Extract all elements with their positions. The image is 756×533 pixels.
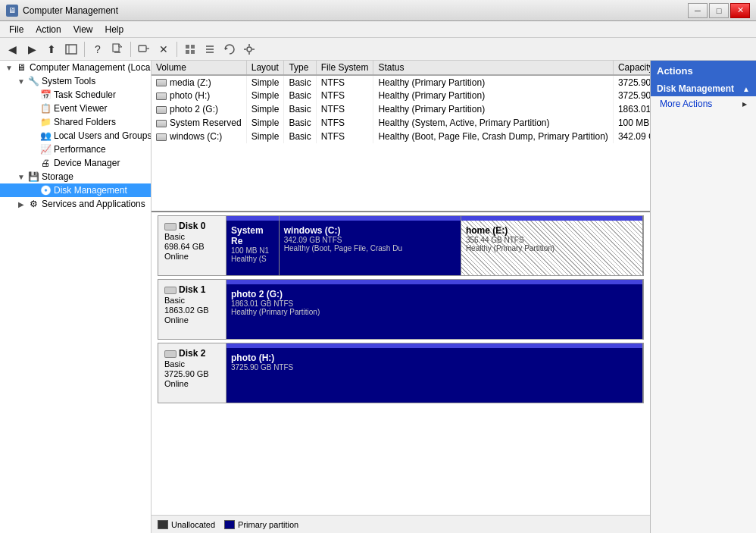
svg-rect-5: [139, 45, 146, 52]
table-row[interactable]: System ReservedSimpleBasicNTFSHealthy (S…: [152, 116, 650, 130]
menu-help[interactable]: Help: [99, 23, 130, 36]
disk-icon: [156, 133, 167, 141]
partition-info-2: Healthy (Boot, Page File, Crash Du: [284, 244, 456, 252]
col-status[interactable]: Status: [373, 61, 613, 75]
col-volume[interactable]: Volume: [152, 61, 246, 75]
partition-block[interactable]: home (E:)356.44 GB NTFSHealthy (Primary …: [461, 216, 643, 275]
toolbar-forward[interactable]: ▶: [23, 40, 41, 58]
col-type[interactable]: Type: [284, 61, 316, 75]
col-layout[interactable]: Layout: [246, 61, 284, 75]
separator-3: [177, 42, 177, 57]
table-row[interactable]: media (Z:)SimpleBasicNTFSHealthy (Primar…: [152, 75, 650, 89]
tree-item-event-viewer[interactable]: 📋Event Viewer: [0, 102, 151, 115]
left-panel: ▼🖥Computer Management (Local▼🔧System Too…: [0, 61, 152, 533]
tree-label-device-manager: Device Manager: [54, 158, 120, 168]
toolbar-refresh[interactable]: [220, 40, 239, 58]
disk-row-disk2: Disk 2Basic3725.90 GBOnlinephoto (H:)372…: [158, 343, 644, 403]
cell-volume-name: media (Z:): [152, 75, 246, 89]
partition-block[interactable]: photo 2 (G:)1863.01 GB NTFSHealthy (Prim…: [226, 280, 643, 339]
tree-toggle-computer-mgmt[interactable]: ▼: [3, 61, 15, 74]
toolbar-view1[interactable]: [181, 40, 199, 58]
disk-num: Disk 1: [164, 284, 220, 295]
partition-info-1: 356.44 GB NTFS: [466, 236, 638, 244]
tree-item-shared-folders[interactable]: 📁Shared Folders: [0, 115, 151, 129]
toolbar-settings[interactable]: [240, 40, 258, 58]
cell-capacity: 3725.90 GB: [613, 75, 650, 89]
tree-item-task-scheduler[interactable]: 📅Task Scheduler: [0, 88, 151, 102]
toolbar-connect[interactable]: [135, 40, 153, 58]
tree-item-services-apps[interactable]: ▶⚙Services and Applications: [0, 197, 151, 211]
tree-label-storage: Storage: [42, 171, 73, 182]
toolbar-up[interactable]: ⬆: [42, 40, 61, 58]
cell-layout: Simple: [246, 89, 284, 102]
tree-item-disk-management[interactable]: 💿Disk Management: [0, 183, 151, 197]
tree-item-computer-mgmt[interactable]: ▼🖥Computer Management (Local: [0, 61, 151, 74]
tree-toggle-task-scheduler[interactable]: [27, 89, 39, 101]
toolbar-back[interactable]: ◀: [3, 40, 21, 58]
svg-rect-25: [165, 351, 176, 357]
tree-toggle-shared-folders[interactable]: [27, 116, 39, 128]
cell-type: Basic: [284, 75, 316, 89]
tree-toggle-services-apps[interactable]: ▶: [15, 198, 27, 210]
right-panel: Actions Disk Management ▲ More Actions: [650, 61, 756, 533]
menu-file[interactable]: File: [3, 23, 30, 36]
cell-status: Healthy (Primary Partition): [373, 75, 613, 89]
cell-type: Basic: [284, 130, 316, 143]
tree-item-system-tools[interactable]: ▼🔧System Tools: [0, 74, 151, 88]
minimize-button[interactable]: ─: [688, 3, 708, 18]
tree-toggle-event-viewer[interactable]: [27, 102, 39, 114]
col-capacity[interactable]: Capacity: [613, 61, 650, 75]
cell-volume-name: photo (H:): [152, 89, 246, 102]
tree-item-storage[interactable]: ▼💾Storage: [0, 170, 151, 183]
tree-toggle-system-tools[interactable]: ▼: [15, 75, 27, 87]
partition-info-1: 3725.90 GB NTFS: [231, 363, 638, 372]
menu-action[interactable]: Action: [30, 23, 67, 36]
tree-icon-performance: 📈: [39, 143, 52, 155]
disk-size: 1863.02 GB: [164, 306, 220, 315]
disk-vis-container[interactable]: Disk 0Basic698.64 GBOnlineSystem Re100 M…: [152, 212, 650, 515]
partition-block[interactable]: photo (H:)3725.90 GB NTFS: [226, 343, 643, 403]
tree-container: ▼🖥Computer Management (Local▼🔧System Too…: [0, 61, 151, 211]
svg-marker-14: [225, 47, 228, 50]
swatch-primary: [224, 520, 235, 529]
disk-status: Online: [164, 379, 220, 388]
cell-fs: NTFS: [316, 116, 373, 130]
toolbar-help[interactable]: ?: [89, 40, 107, 58]
tree-toggle-disk-management[interactable]: [27, 184, 39, 196]
table-row[interactable]: windows (C:)SimpleBasicNTFSHealthy (Boot…: [152, 130, 650, 143]
svg-rect-10: [191, 50, 195, 54]
close-button[interactable]: ✕: [730, 3, 750, 18]
partition-name: photo (H:): [231, 353, 638, 363]
toolbar-show-hide[interactable]: [62, 40, 80, 58]
cell-layout: Simple: [246, 130, 284, 143]
partition-block[interactable]: windows (C:)342.09 GB NTFSHealthy (Boot,…: [280, 216, 461, 275]
partition-stripe: [226, 280, 642, 284]
disk-icon: [156, 120, 167, 127]
tree-item-device-manager[interactable]: 🖨Device Manager: [0, 156, 151, 170]
partition-block[interactable]: System Re100 MB N1Healthy (S: [226, 216, 280, 275]
tree-item-performance[interactable]: 📈Performance: [0, 143, 151, 156]
tree-toggle-performance[interactable]: [27, 143, 39, 155]
tree-toggle-storage[interactable]: ▼: [15, 171, 27, 183]
cell-volume-name: windows (C:): [152, 130, 246, 143]
tree-toggle-device-manager[interactable]: [27, 157, 39, 169]
tree-item-local-users[interactable]: 👥Local Users and Groups: [0, 129, 151, 143]
cell-status: Healthy (Primary Partition): [373, 89, 613, 102]
toolbar-view2[interactable]: [201, 40, 219, 58]
maximize-button[interactable]: □: [709, 3, 729, 18]
menu-view[interactable]: View: [67, 23, 99, 36]
action-section-disk-mgmt: Disk Management ▲: [651, 81, 756, 96]
partition-info-1: 1863.01 GB NTFS: [231, 299, 638, 308]
more-actions-link[interactable]: More Actions: [651, 96, 756, 111]
col-fs[interactable]: File System: [316, 61, 373, 75]
tree-icon-services-apps: ⚙: [27, 198, 39, 210]
cell-capacity: 342.09 GB: [613, 130, 650, 143]
cell-type: Basic: [284, 116, 316, 130]
collapse-btn[interactable]: ▲: [742, 85, 750, 93]
svg-rect-9: [186, 50, 189, 54]
table-row[interactable]: photo 2 (G:)SimpleBasicNTFSHealthy (Prim…: [152, 102, 650, 116]
table-row[interactable]: photo (H:)SimpleBasicNTFSHealthy (Primar…: [152, 89, 650, 102]
toolbar-disconnect[interactable]: ✕: [155, 40, 173, 58]
toolbar-export[interactable]: [108, 40, 127, 58]
tree-toggle-local-users[interactable]: [27, 130, 39, 142]
